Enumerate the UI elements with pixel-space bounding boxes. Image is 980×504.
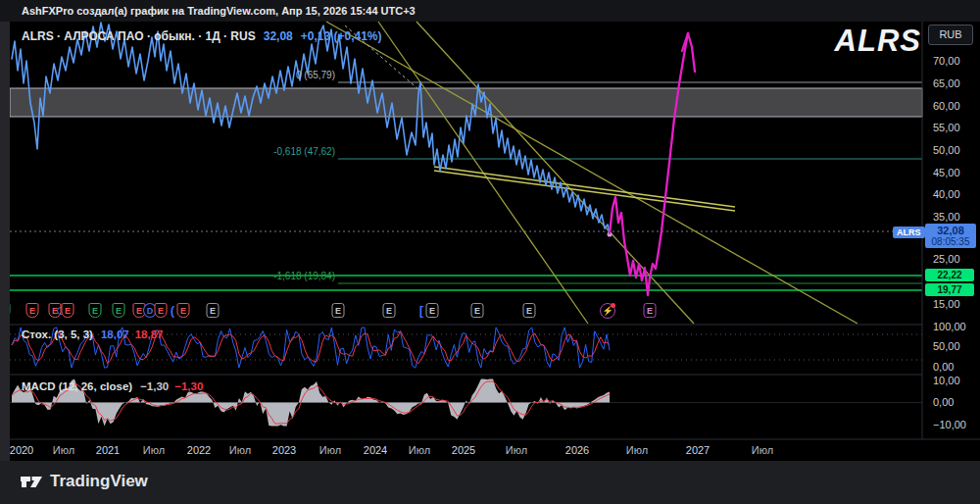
stochastic-title: Стох. (3, 5, 3) xyxy=(22,328,93,340)
event-badge-icon[interactable]: E xyxy=(177,303,190,318)
price-axis-label: 50,00 xyxy=(933,144,978,156)
price-axis-label: 40,00 xyxy=(933,188,978,200)
price-axis-label: 100,00 xyxy=(933,321,978,332)
fib-level-label: -0,618 (47,62) xyxy=(225,146,335,157)
axis-price-value: 32,08 xyxy=(925,225,976,236)
price-axis-label: 45,00 xyxy=(933,167,978,178)
left-edge-strip xyxy=(0,22,10,461)
axis-price-label: 32,08 08:05:35 xyxy=(925,224,976,248)
time-axis-label: Июл xyxy=(229,444,251,456)
event-badge-icon[interactable]: E xyxy=(10,303,11,318)
time-axis-label: Июл xyxy=(752,444,773,456)
macd-value-1: −1,30 xyxy=(140,380,169,392)
chart-canvas[interactable] xyxy=(0,0,980,504)
footer-bar: TradingView xyxy=(0,461,980,504)
time-axis-label: Июл xyxy=(319,444,341,456)
event-badge-icon[interactable]: E xyxy=(207,303,220,318)
price-axis-label: 15,00 xyxy=(933,298,978,310)
event-badge-icon[interactable]: E xyxy=(383,303,396,318)
symbol-title: ALRS · АЛРОСА ПАО · обыкн. · 1Д · RUS xyxy=(22,29,256,43)
price-axis-label: 65,00 xyxy=(933,77,978,89)
time-axis-label: Июл xyxy=(53,444,74,456)
time-axis-label: Июл xyxy=(409,444,430,456)
price-axis-label: 35,00 xyxy=(933,211,978,223)
macd-value-2: −1,30 xyxy=(174,380,203,392)
event-badge-icon[interactable]: E xyxy=(26,303,39,318)
stochastic-k-value: 18,07 xyxy=(101,328,129,340)
time-axis-label: 2025 xyxy=(452,444,475,456)
event-badge-icon[interactable]: E xyxy=(471,303,484,318)
price-axis-label: 70,00 xyxy=(933,55,978,67)
time-axis-label: 2027 xyxy=(686,444,710,456)
fib-level-label: -1,618 (19,84) xyxy=(225,271,335,281)
tradingview-logo[interactable]: TradingView xyxy=(20,472,148,491)
axis-price-countdown: 08:05:35 xyxy=(925,236,976,247)
tradingview-logo-icon xyxy=(20,472,43,491)
price-axis-label: 55,00 xyxy=(933,122,978,133)
alert-price-label: 22,22 xyxy=(925,269,974,281)
price-axis-label: 25,00 xyxy=(933,253,978,265)
fib-level-label: 0 (65,79) xyxy=(225,70,335,80)
price-axis-label: 50,00 xyxy=(933,340,978,352)
macd-legend[interactable]: MACD (12, 26, close)−1,30−1,30 xyxy=(22,380,203,392)
time-axis-label: 2026 xyxy=(565,444,589,456)
time-axis-label: 2024 xyxy=(364,444,387,456)
stochastic-legend[interactable]: Стох. (3, 5, 3)18,0718,87 xyxy=(22,328,164,340)
time-axis-label: 2021 xyxy=(96,444,120,456)
price-axis-label: 0,00 xyxy=(933,396,978,408)
event-badge-icon[interactable]: E xyxy=(89,303,102,318)
flash-event-icon[interactable]: ⚡ xyxy=(600,303,615,319)
axis-symbol-tag: ALRS xyxy=(893,227,925,238)
price-axis-label: 60,00 xyxy=(933,100,978,112)
event-badge-icon[interactable]: E xyxy=(62,303,74,318)
event-badge-icon[interactable]: E xyxy=(523,303,536,318)
time-axis-label: 2022 xyxy=(187,444,211,456)
alert-price-label: 19,77 xyxy=(925,283,974,296)
price-axis-label: 0,00 xyxy=(933,361,978,373)
time-axis-label: Июл xyxy=(506,444,527,456)
event-badge-icon[interactable]: E xyxy=(426,303,439,318)
last-price-value: 32,08 xyxy=(264,29,293,43)
price-axis-label: −10,00 xyxy=(933,419,978,430)
event-badges-row: EEEEEEEDE(EEEE[EEE⚡E xyxy=(10,302,922,322)
time-axis-label: 2023 xyxy=(272,444,296,456)
time-axis-label: Июл xyxy=(143,444,165,456)
symbol-watermark: ALRS xyxy=(784,24,921,59)
symbol-legend[interactable]: ALRS · АЛРОСА ПАО · обыкн. · 1Д · RUS32,… xyxy=(22,29,381,43)
macd-title: MACD (12, 26, close) xyxy=(22,380,132,392)
event-badge-icon[interactable]: E xyxy=(644,303,657,318)
currency-button[interactable]: RUB xyxy=(928,25,973,45)
stochastic-d-value: 18,87 xyxy=(135,328,164,340)
event-badge-icon[interactable]: E xyxy=(332,303,345,318)
tradingview-chart-window: AshFXPro создал(а) график на TradingView… xyxy=(0,0,980,504)
event-badge-icon[interactable]: E xyxy=(113,303,125,318)
tradingview-logo-text: TradingView xyxy=(50,472,148,491)
price-change-value: +0,13 (+0,41%) xyxy=(301,29,382,43)
time-axis-label: 2020 xyxy=(10,444,33,456)
time-axis-label: Июл xyxy=(626,444,648,456)
price-axis-label: 10,00 xyxy=(933,375,978,386)
